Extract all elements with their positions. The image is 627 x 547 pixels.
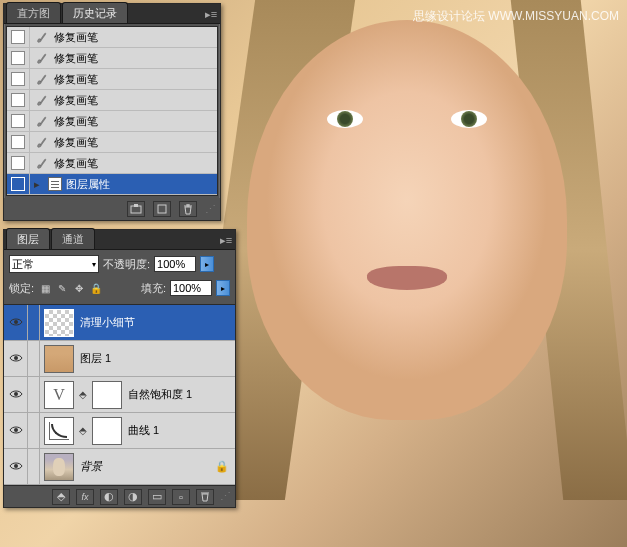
new-doc-icon[interactable]: [153, 201, 171, 217]
layer-thumbnail[interactable]: [44, 345, 74, 373]
layer-thumbnail[interactable]: [44, 417, 74, 445]
fx-icon[interactable]: fx: [76, 489, 94, 505]
history-list[interactable]: 修复画笔修复画笔修复画笔修复画笔修复画笔修复画笔修复画笔▸图层属性: [6, 26, 218, 196]
layer-list[interactable]: 清理小细节图层 1⬘自然饱和度 1⬘曲线 1背景🔒: [4, 304, 235, 485]
blend-mode-select[interactable]: 正常▾: [9, 255, 99, 273]
layer-thumbnail[interactable]: [44, 309, 74, 337]
mask-thumbnail[interactable]: [92, 417, 122, 445]
layers-panel: 图层 通道 ▸≡ 正常▾ 不透明度: 100% ▸ 锁定: ▦ ✎ ✥ 🔒 填充…: [3, 229, 236, 508]
history-item-label: 修复画笔: [54, 135, 98, 150]
healing-brush-icon: [34, 134, 50, 150]
history-checkbox[interactable]: [11, 93, 25, 107]
mask-thumbnail[interactable]: [92, 381, 122, 409]
resize-grip-icon[interactable]: ⋰: [205, 203, 216, 216]
history-item-label: 修复画笔: [54, 51, 98, 66]
history-checkbox[interactable]: [11, 72, 25, 86]
svg-rect-0: [131, 206, 141, 213]
lock-transparent-icon[interactable]: ▦: [38, 281, 52, 295]
svg-point-7: [14, 464, 18, 468]
layer-name[interactable]: 自然饱和度 1: [126, 387, 192, 402]
history-checkbox[interactable]: [11, 30, 25, 44]
history-item[interactable]: ▸图层属性: [7, 174, 217, 195]
trash-icon[interactable]: [179, 201, 197, 217]
lock-position-icon[interactable]: ✥: [72, 281, 86, 295]
visibility-toggle[interactable]: [4, 449, 28, 485]
history-checkbox[interactable]: [11, 135, 25, 149]
adjustment-icon[interactable]: ◑: [124, 489, 142, 505]
history-footer: ⋰: [4, 198, 220, 220]
visibility-toggle[interactable]: [4, 305, 28, 341]
history-item-label: 修复画笔: [54, 93, 98, 108]
layer-row[interactable]: ⬘曲线 1: [4, 413, 235, 449]
history-panel: 直方图 历史记录 ▸≡ 修复画笔修复画笔修复画笔修复画笔修复画笔修复画笔修复画笔…: [3, 3, 221, 221]
history-item-label: 修复画笔: [54, 30, 98, 45]
history-item-label: 修复画笔: [54, 156, 98, 171]
tab-channels[interactable]: 通道: [51, 228, 95, 249]
link-column[interactable]: [28, 341, 40, 377]
layer-name[interactable]: 曲线 1: [126, 423, 159, 438]
current-marker-icon: ▸: [34, 178, 44, 191]
resize-grip-icon[interactable]: ⋰: [220, 490, 231, 503]
layer-thumbnail[interactable]: [44, 381, 74, 409]
history-checkbox[interactable]: [11, 156, 25, 170]
layer-row[interactable]: 清理小细节: [4, 305, 235, 341]
layers-footer: ⬘ fx ◐ ◑ ▭ ▫ ⋰: [4, 485, 235, 507]
history-item-label: 修复画笔: [54, 72, 98, 87]
layer-thumbnail[interactable]: [44, 453, 74, 481]
link-column[interactable]: [28, 449, 40, 485]
panel-menu-icon[interactable]: ▸≡: [217, 231, 235, 249]
layers-tabbar: 图层 通道 ▸≡: [4, 230, 235, 250]
lock-pixels-icon[interactable]: ✎: [55, 281, 69, 295]
layer-name[interactable]: 清理小细节: [78, 315, 135, 330]
mask-icon[interactable]: ◐: [100, 489, 118, 505]
new-layer-icon[interactable]: ▫: [172, 489, 190, 505]
link-column[interactable]: [28, 377, 40, 413]
opacity-label: 不透明度:: [103, 257, 150, 272]
history-item[interactable]: 修复画笔: [7, 132, 217, 153]
history-item[interactable]: 修复画笔: [7, 90, 217, 111]
visibility-toggle[interactable]: [4, 413, 28, 449]
trash-icon[interactable]: [196, 489, 214, 505]
link-layers-icon[interactable]: ⬘: [52, 489, 70, 505]
visibility-toggle[interactable]: [4, 341, 28, 377]
layer-row[interactable]: 图层 1: [4, 341, 235, 377]
fill-flyout-icon[interactable]: ▸: [216, 280, 230, 296]
tab-layers[interactable]: 图层: [6, 228, 50, 249]
eye-icon: [9, 353, 23, 365]
layer-row[interactable]: 背景🔒: [4, 449, 235, 485]
svg-point-5: [14, 392, 18, 396]
history-item[interactable]: 修复画笔: [7, 153, 217, 174]
history-item[interactable]: 修复画笔: [7, 69, 217, 90]
link-column[interactable]: [28, 413, 40, 449]
mask-link-icon[interactable]: ⬘: [78, 425, 88, 436]
opacity-flyout-icon[interactable]: ▸: [200, 256, 214, 272]
opacity-input[interactable]: 100%: [154, 256, 196, 272]
history-item[interactable]: 修复画笔: [7, 111, 217, 132]
healing-brush-icon: [34, 155, 50, 171]
tab-histogram[interactable]: 直方图: [6, 2, 61, 23]
history-item[interactable]: 修复画笔: [7, 27, 217, 48]
eye-icon: [9, 461, 23, 473]
visibility-toggle[interactable]: [4, 377, 28, 413]
layer-name[interactable]: 背景: [78, 459, 102, 474]
panel-menu-icon[interactable]: ▸≡: [202, 5, 220, 23]
lock-icon: 🔒: [215, 460, 229, 473]
history-checkbox[interactable]: [11, 177, 25, 191]
group-icon[interactable]: ▭: [148, 489, 166, 505]
lock-all-icon[interactable]: 🔒: [89, 281, 103, 295]
fill-input[interactable]: 100%: [170, 280, 212, 296]
mask-link-icon[interactable]: ⬘: [78, 389, 88, 400]
svg-point-6: [14, 428, 18, 432]
history-checkbox[interactable]: [11, 114, 25, 128]
link-column[interactable]: [28, 305, 40, 341]
watermark-text: 思缘设计论坛 WWW.MISSYUAN.COM: [413, 8, 619, 25]
layer-row[interactable]: ⬘自然饱和度 1: [4, 377, 235, 413]
history-checkbox[interactable]: [11, 51, 25, 65]
layer-name[interactable]: 图层 1: [78, 351, 111, 366]
fill-label: 填充:: [141, 281, 166, 296]
history-tabbar: 直方图 历史记录 ▸≡: [4, 4, 220, 24]
eye-icon: [9, 425, 23, 437]
new-snapshot-icon[interactable]: [127, 201, 145, 217]
history-item[interactable]: 修复画笔: [7, 48, 217, 69]
tab-history[interactable]: 历史记录: [62, 2, 128, 23]
